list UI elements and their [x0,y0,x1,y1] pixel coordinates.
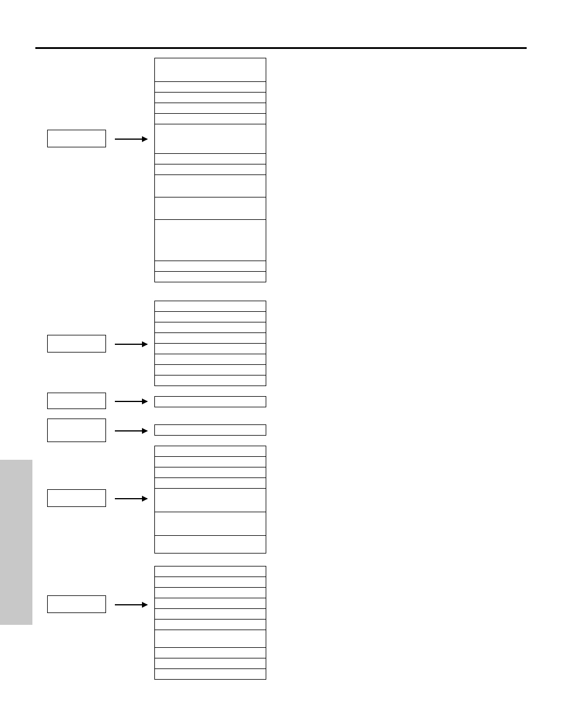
divider [35,47,527,49]
cell-4-3 [155,478,266,489]
cell-5-5 [155,620,266,630]
cell-0-7 [155,164,266,175]
cell-0-4 [155,114,266,124]
cell-5-0 [155,566,266,577]
cell-1-5 [155,354,266,365]
arrow-2 [115,401,147,402]
cells-3 [154,424,266,436]
source-box-5 [47,595,106,613]
arrow-1 [115,344,147,345]
cell-0-6 [155,154,266,164]
cell-4-0 [155,446,266,457]
arrow-0 [115,139,147,140]
cell-1-1 [155,312,266,322]
cell-5-3 [155,598,266,609]
cells-1 [154,301,266,386]
cell-4-4 [155,489,266,512]
source-box-2 [47,393,106,409]
cell-0-3 [155,103,266,114]
source-box-0 [47,130,106,147]
source-box-4 [47,489,106,507]
cell-4-5 [155,512,266,536]
cell-4-1 [155,457,266,467]
cell-5-1 [155,577,266,588]
cell-5-2 [155,588,266,598]
cell-5-7 [155,648,266,658]
cell-0-2 [155,93,266,103]
cell-0-12 [155,272,266,282]
cell-0-9 [155,197,266,220]
side-tab [0,460,32,625]
arrow-3 [115,430,147,431]
cell-2-0 [155,397,266,407]
cell-0-0 [155,58,266,82]
cells-0 [154,58,266,282]
cell-1-6 [155,365,266,375]
cell-3-0 [155,425,266,436]
cells-4 [154,446,266,554]
source-box-1 [47,335,106,353]
cell-0-5 [155,124,266,154]
cell-1-2 [155,322,266,333]
cell-5-9 [155,669,266,680]
cell-5-4 [155,609,266,620]
cell-1-3 [155,333,266,344]
cell-0-10 [155,220,266,261]
cell-0-11 [155,261,266,272]
cells-5 [154,566,266,680]
cell-1-7 [155,375,266,386]
page: { "groups": [ { "source": { "x": 80, "y"… [0,0,562,728]
cell-1-0 [155,301,266,312]
arrow-5 [115,604,147,605]
cell-5-6 [155,630,266,648]
cell-4-2 [155,467,266,478]
cells-2 [154,396,266,407]
cell-0-8 [155,175,266,197]
cell-4-6 [155,536,266,554]
source-box-3 [47,419,106,442]
cell-1-4 [155,344,266,354]
cell-0-1 [155,82,266,93]
cell-5-8 [155,658,266,669]
arrow-4 [115,498,147,499]
